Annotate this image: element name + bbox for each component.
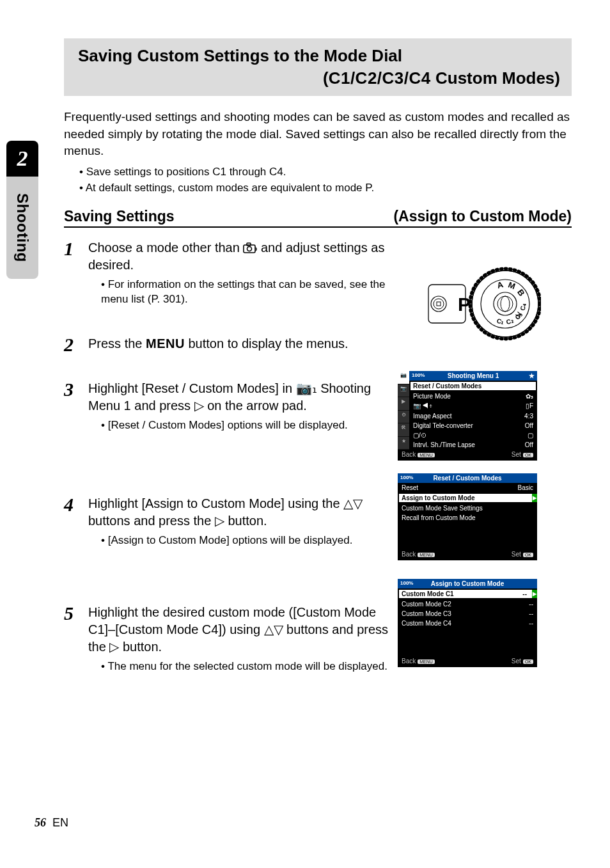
subheading-left: Saving Settings	[64, 208, 175, 225]
back-label: Back	[402, 451, 416, 458]
menu-button-icon: MENU	[418, 453, 435, 457]
intro-bullet: At default settings, custom modes are eq…	[79, 180, 572, 196]
assign-custom-mode-screenshot: 100% Assign to Custom Mode Custom Mode C…	[398, 579, 537, 667]
shooting-menu-1-screenshot: 📷 📷 ▶ ⚙ 🛠 ★ 100% Shooting Menu 1 ★ Reset…	[398, 371, 537, 461]
menu-item-value: ✿₃	[526, 393, 533, 400]
menu-tab-gear: ⚙	[398, 411, 409, 424]
menu-item: Intrvl. Sh./Time LapseOff	[409, 440, 537, 450]
back-label: Back	[402, 658, 416, 665]
page-footer: 56 EN	[35, 816, 68, 830]
menu-item: Custom Mode C2--	[398, 599, 537, 609]
menu-item-value: ▢	[528, 432, 533, 439]
step-text: Press the	[88, 336, 146, 351]
step-text: Highlight the desired custom mode ([Cust…	[88, 605, 388, 654]
star-icon: ★	[529, 372, 535, 379]
menu-tab-camera2: 📷	[398, 384, 409, 398]
subheading-right: (Assign to Custom Mode)	[393, 208, 572, 225]
menu-item-value: 4:3	[524, 413, 533, 420]
chapter-label-box: Shooting	[6, 177, 38, 279]
menu-item-value: --	[529, 610, 533, 617]
chevron-right-icon: ▶	[532, 590, 537, 598]
section-header: Saving Custom Settings to the Mode Dial …	[64, 38, 572, 96]
menu-item: Image Aspect4:3	[409, 411, 537, 421]
reset-custom-modes-screenshot: 100% Reset / Custom Modes ResetBasic Ass…	[398, 473, 537, 560]
subheading: Saving Settings (Assign to Custom Mode)	[64, 208, 572, 228]
chapter-label: Shooting	[13, 193, 31, 262]
battery-indicator: 100%	[400, 475, 413, 480]
menu-item-label: Assign to Custom Mode	[402, 494, 474, 501]
set-label: Set	[512, 658, 521, 665]
chevron-right-icon: ▶	[532, 494, 537, 502]
mode-dial-illustration: A M B וכ C₁ C₂ C₃ C₄ P	[409, 256, 541, 355]
battery-indicator: 100%	[400, 580, 413, 586]
menu-item-label: Custom Mode Save Settings	[402, 505, 483, 512]
set-label: Set	[512, 551, 521, 558]
custom-mode-suffix: Custom Modes)	[431, 68, 560, 88]
ok-button-icon: OK	[523, 553, 533, 557]
menu-item: Digital Tele-converterOff	[409, 421, 537, 430]
step-sub: For information on the settings that can…	[101, 278, 395, 307]
page-lang: EN	[52, 816, 68, 829]
svg-text:C₄: C₄	[519, 303, 528, 311]
section-header-line2: (C1/C2/C3/C4 Custom Modes)	[78, 67, 560, 90]
menu-item: Custom Mode Save Settings	[398, 503, 537, 513]
menu-item-value: --	[522, 590, 527, 597]
paren-open: (	[323, 68, 329, 88]
ok-button-icon: OK	[523, 453, 533, 457]
menu-tab-camera1: 📷	[398, 371, 409, 384]
intro-paragraph: Frequently-used settings and shooting mo…	[64, 109, 572, 160]
menu-footer: BackMENU SetOK	[398, 549, 537, 559]
back-label: Back	[402, 551, 416, 558]
menu-tab-wrench: 🛠	[398, 423, 409, 437]
step-sub: [Assign to Custom Mode] options will be …	[101, 533, 395, 548]
menu-title: 100% Reset / Custom Modes	[398, 473, 537, 483]
step-text: Highlight [Reset / Custom Modes] in 📷₁ S…	[88, 381, 371, 413]
menu-item-selected: Reset / Custom Modes	[411, 382, 536, 390]
menu-item-selected: Custom Mode C1 -- ▶	[399, 590, 536, 598]
intro-bullet: Save settings to positions C1 through C4…	[79, 164, 572, 180]
menu-item-label: Picture Mode	[413, 393, 451, 400]
intro-bullets: Save settings to positions C1 through C4…	[64, 164, 572, 196]
svg-rect-1	[247, 243, 251, 246]
menu-item-label: Recall from Custom Mode	[402, 514, 476, 521]
menu-item-label: Custom Mode C4	[402, 620, 451, 627]
menu-title-text: Shooting Menu 1	[448, 372, 499, 379]
step-number: 2	[64, 335, 88, 354]
menu-button-label: MENU	[146, 336, 185, 351]
menu-item-label: Digital Tele-converter	[413, 422, 473, 429]
step-number: 1	[64, 239, 88, 310]
menu-item: ResetBasic	[398, 483, 537, 493]
ok-button-icon: OK	[523, 659, 533, 664]
menu-tabs: 📷 📷 ▶ ⚙ 🛠 ★	[398, 371, 409, 450]
menu-title-text: Assign to Custom Mode	[431, 580, 504, 587]
menu-item-selected: Assign to Custom Mode ▶	[399, 494, 536, 502]
menu-title-text: Reset / Custom Modes	[433, 475, 501, 482]
step-number: 4	[64, 495, 88, 578]
step-number: 5	[64, 604, 88, 674]
menu-button-icon: MENU	[418, 553, 435, 557]
menu-item-label: Image Aspect	[413, 413, 452, 420]
svg-point-2	[247, 246, 252, 251]
step-sub: The menu for the selected custom mode wi…	[101, 659, 395, 674]
menu-item-value: ▯F	[526, 402, 533, 410]
auto-mode-icon	[243, 241, 261, 255]
menu-item-label: Reset / Custom Modes	[413, 383, 481, 390]
menu-item: ▢/⏲▢	[409, 430, 537, 440]
menu-footer: BackMENU SetOK	[398, 656, 537, 666]
chapter-tab: 2 Shooting	[6, 141, 38, 320]
custom-mode-codes: C1/C2/C3/C4	[329, 68, 431, 88]
page-number: 56	[35, 816, 46, 829]
menu-item: Picture Mode✿₃	[409, 391, 537, 401]
menu-item-value: Off	[525, 422, 533, 429]
chapter-number: 2	[6, 141, 38, 177]
menu-item-label: Custom Mode C3	[402, 610, 451, 617]
step-text: button to display the menus.	[185, 336, 348, 351]
set-label: Set	[512, 451, 521, 458]
menu-title: 100% Shooting Menu 1 ★	[409, 371, 537, 381]
svg-point-8	[497, 296, 513, 312]
section-header-line1: Saving Custom Settings to the Mode Dial	[78, 45, 560, 67]
step-number: 3	[64, 380, 88, 470]
menu-item-label: ▢/⏲	[413, 432, 427, 439]
step-text: Choose a mode other than	[88, 241, 243, 255]
menu-item: Custom Mode C3--	[398, 609, 537, 619]
